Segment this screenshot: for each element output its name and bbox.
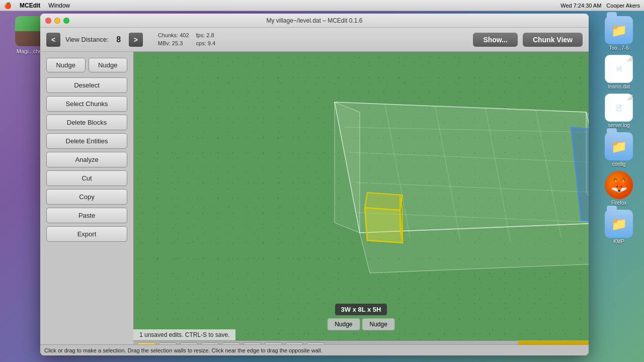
firefox-icon: 🦊 <box>605 171 633 199</box>
toolbar: < View Distance: 8 > Chunks: 402 MBv: 25… <box>40 28 589 52</box>
delete-entities-button[interactable]: Delete Entities <box>46 133 127 149</box>
doc-icon-server: 📄 <box>605 94 633 122</box>
fps-stat: fps: 2.8 <box>196 32 216 39</box>
left-panel: Nudge Nudge Deselect Select Chunks Delet… <box>40 52 133 355</box>
sidebar-label-server: server.log <box>608 123 629 128</box>
toolbar-stats: Chunks: 402 MBv: 25.3 <box>158 32 189 47</box>
mbv-stat: MBv: 25.3 <box>158 40 189 47</box>
export-button[interactable]: Export <box>46 226 127 242</box>
viewport-nudge-buttons: Nudge Nudge <box>327 318 395 330</box>
viewport-nudge-right-button[interactable]: Nudge <box>362 318 395 330</box>
sidebar-item-server-log[interactable]: 📄 server.log <box>605 94 633 128</box>
sidebar-item-firefox[interactable]: 🦊 Firefox <box>605 171 633 206</box>
datetime-display: Wed 7:24:30 AM <box>560 3 601 9</box>
deselect-button[interactable]: Deselect <box>46 77 127 93</box>
right-sidebar: 📁 Too...7-6 📄 teams.dat 📄 server.log 📁 c… <box>599 16 639 244</box>
show-button[interactable]: Show... <box>473 33 517 47</box>
status-bar: Click or drag to make a selection. Drag … <box>40 344 589 355</box>
viewport-nudge-left-button[interactable]: Nudge <box>327 318 360 330</box>
close-button[interactable] <box>45 18 51 24</box>
svg-marker-14 <box>365 193 403 210</box>
apple-menu[interactable]: 🍎 <box>4 2 12 9</box>
view-distance-value: 8 <box>114 35 124 44</box>
sidebar-item-teams-dat[interactable]: 📄 teams.dat <box>605 55 633 89</box>
toolbar-stats-2: fps: 2.8 cps: 9.4 <box>196 32 216 47</box>
cps-stat: cps: 9.4 <box>196 40 216 47</box>
main-content: Nudge Nudge Deselect Select Chunks Delet… <box>40 52 589 355</box>
unsaved-edits-bar: 1 unsaved edits. CTRL-S to save. <box>133 329 235 340</box>
sidebar-label-config: config <box>612 161 626 167</box>
folder-icon-kmp: 📁 <box>605 210 633 238</box>
minimize-button[interactable] <box>54 18 60 24</box>
window-controls <box>45 18 69 24</box>
toolbar-right-buttons: Show... Chunk View <box>473 33 583 47</box>
nudge-row: Nudge Nudge <box>46 58 127 72</box>
dimension-info: 3W x 8L x 5H <box>335 304 387 315</box>
mcedit-window: My village~/level.dat – MCEdit 0.1.6 < V… <box>40 14 589 355</box>
sidebar-label-kmp: KMP <box>613 239 624 244</box>
viewport[interactable]: 3W x 8L x 5H Nudge Nudge 1 unsaved edits… <box>133 52 589 355</box>
svg-marker-13 <box>365 208 403 243</box>
status-message: Click or drag to make a selection. Drag … <box>44 347 323 353</box>
chunks-stat: Chunks: 402 <box>158 32 189 39</box>
nudge-right-button[interactable]: Nudge <box>89 58 128 72</box>
sidebar-item-too7-6[interactable]: 📁 Too...7-6 <box>605 16 633 51</box>
paste-button[interactable]: Paste <box>46 208 127 223</box>
desktop: Magi...cher 📁 Too...7-6 📄 teams.dat 📄 se… <box>0 11 644 362</box>
analyze-button[interactable]: Analyze <box>46 152 127 167</box>
window-titlebar: My village~/level.dat – MCEdit 0.1.6 <box>40 14 589 28</box>
nav-forward-button[interactable]: > <box>129 33 143 47</box>
sidebar-label-too: Too...7-6 <box>609 45 629 51</box>
doc-icon-teams: 📄 <box>605 55 633 83</box>
menubar: 🍎 MCEdit Window Wed 7:24:30 AM Cooper Ak… <box>0 0 644 11</box>
maximize-button[interactable] <box>63 18 69 24</box>
delete-blocks-button[interactable]: Delete Blocks <box>46 115 127 130</box>
svg-marker-2 <box>335 102 360 233</box>
sidebar-label-firefox: Firefox <box>611 200 627 206</box>
folder-icon-config: 📁 <box>605 132 633 160</box>
user-display: Cooper Akers <box>606 3 640 9</box>
select-chunks-button[interactable]: Select Chunks <box>46 96 127 112</box>
sidebar-label-teams: teams.dat <box>608 84 630 89</box>
app-name-menu[interactable]: MCEdit <box>20 2 40 9</box>
window-title: My village~/level.dat – MCEdit 0.1.6 <box>266 17 362 24</box>
nudge-left-button[interactable]: Nudge <box>46 58 86 72</box>
view-distance-label: View Distance: <box>65 36 109 43</box>
cut-button[interactable]: Cut <box>46 170 127 186</box>
window-menu[interactable]: Window <box>48 2 70 9</box>
chunk-view-button[interactable]: Chunk View <box>523 33 583 47</box>
sidebar-item-config[interactable]: 📁 config <box>605 132 633 167</box>
nav-back-button[interactable]: < <box>46 33 60 47</box>
copy-button[interactable]: Copy <box>46 189 127 205</box>
folder-icon-too: 📁 <box>605 16 633 44</box>
sidebar-item-kmp[interactable]: 📁 KMP <box>605 210 633 244</box>
